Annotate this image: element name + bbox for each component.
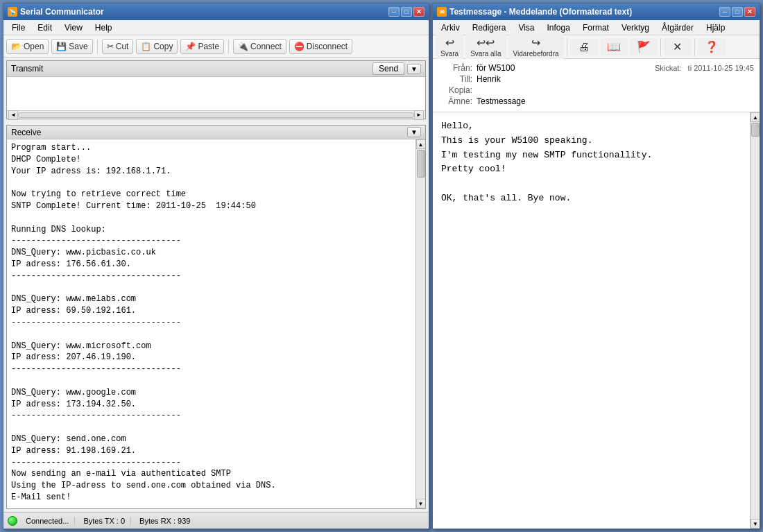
email-menu-bar: Arkiv Redigera Visa Infoga Format Verkty… xyxy=(433,20,760,35)
serial-menu-view[interactable]: View xyxy=(59,22,88,34)
email-menu-arkiv[interactable]: Arkiv xyxy=(436,22,465,34)
paste-icon: 📌 xyxy=(185,42,196,51)
delete-button[interactable]: ✕ xyxy=(664,38,692,55)
subject-value: Testmessage xyxy=(477,96,754,106)
transmit-section: Transmit Send ▼ ◄ ► xyxy=(6,60,426,119)
transmit-header: Transmit Send ▼ xyxy=(7,61,425,77)
email-title-bar: ✉ Testmessage - Meddelande (Oformaterad … xyxy=(433,3,760,20)
email-menu-format[interactable]: Format xyxy=(577,22,615,34)
cc-row: Kopia: xyxy=(438,85,754,95)
connect-icon: 🔌 xyxy=(238,42,248,51)
save-icon: 💾 xyxy=(56,42,67,51)
open-icon: 📂 xyxy=(11,42,22,51)
reply-label: Svara xyxy=(440,50,458,58)
copy-button[interactable]: 📋 Copy xyxy=(136,39,178,54)
serial-title: Serial Communicator xyxy=(20,7,104,17)
email-menu-hjalp[interactable]: Hjälp xyxy=(701,22,730,34)
serial-menu-help[interactable]: Help xyxy=(89,22,118,34)
serial-communicator-window: 📡 Serial Communicator ─ □ ✕ File Edit Vi… xyxy=(3,3,429,529)
serial-close-btn[interactable]: ✕ xyxy=(413,7,425,17)
to-label: Till: xyxy=(438,74,477,84)
connect-button[interactable]: 🔌 Connect xyxy=(233,39,286,54)
print-icon: 🖨 xyxy=(578,41,590,53)
email-vscroll-up[interactable]: ▲ xyxy=(751,112,760,122)
email-menu-visa[interactable]: Visa xyxy=(513,22,540,34)
serial-menu-file[interactable]: File xyxy=(6,22,31,34)
receive-dropdown[interactable]: ▼ xyxy=(407,127,421,137)
email-body-section: Hello, This is your W5100 speaking. I'm … xyxy=(433,112,760,529)
send-button[interactable]: Send xyxy=(372,62,404,75)
address-icon: 📖 xyxy=(607,40,621,53)
cut-label: Cut xyxy=(116,42,129,51)
receive-content: Program start... DHCP Complete! Your IP … xyxy=(7,139,425,508)
save-button[interactable]: 💾 Save xyxy=(51,39,92,54)
disconnect-icon: ⛔ xyxy=(294,42,305,51)
status-bytes-tx: Bytes TX : 0 xyxy=(78,517,131,525)
subject-row: Ämne: Testmessage xyxy=(438,96,754,106)
forward-button[interactable]: ↪ Vidarebefordra xyxy=(508,34,564,60)
title-bar-left: 📡 Serial Communicator xyxy=(8,7,104,17)
transmit-label: Transmit xyxy=(11,64,43,74)
transmit-input[interactable] xyxy=(7,77,425,108)
reply-button[interactable]: ↩ Svara xyxy=(436,34,463,60)
email-title-controls: ─ □ ✕ xyxy=(719,7,755,17)
cut-icon: ✂ xyxy=(107,42,114,51)
disconnect-button[interactable]: ⛔ Disconnect xyxy=(289,39,352,54)
from-label: Från: xyxy=(438,63,477,73)
serial-minimize-btn[interactable]: ─ xyxy=(388,7,400,17)
sent-label-text: Skickat: xyxy=(655,64,682,72)
reply-all-button[interactable]: ↩↩ Svara alla xyxy=(465,34,506,60)
email-toolbar-sep-3 xyxy=(694,38,695,56)
receive-text: Program start... DHCP Complete! Your IP … xyxy=(7,139,415,508)
paste-label: Paste xyxy=(198,42,219,51)
email-vscroll-thumb[interactable] xyxy=(751,123,760,137)
email-maximize-btn[interactable]: □ xyxy=(732,7,743,17)
delete-icon: ✕ xyxy=(673,40,682,53)
hscroll-left-arrow[interactable]: ◄ xyxy=(8,110,18,120)
hscroll-right-arrow[interactable]: ► xyxy=(414,110,424,120)
from-row: Från: för W5100 Skickat: ti 2011-10-25 1… xyxy=(438,63,754,73)
serial-title-controls: ─ □ ✕ xyxy=(388,7,425,17)
serial-toolbar: 📂 Open 💾 Save ✂ Cut 📋 Copy 📌 Paste 🔌 Con… xyxy=(3,35,429,58)
help-button[interactable]: ❓ xyxy=(698,38,726,55)
print-button[interactable]: 🖨 xyxy=(570,39,598,55)
vscroll-thumb[interactable] xyxy=(417,150,425,178)
subject-label: Ämne: xyxy=(438,96,477,106)
email-close-btn[interactable]: ✕ xyxy=(744,7,755,17)
flag-button[interactable]: 🚩 xyxy=(630,38,658,55)
email-title: Testmessage - Meddelande (Oformaterad te… xyxy=(449,7,632,17)
vscroll-down-arrow[interactable]: ▼ xyxy=(416,499,426,508)
email-menu-atgarder[interactable]: Åtgärder xyxy=(656,22,699,34)
email-toolbar-sep-2 xyxy=(660,38,661,56)
email-vscroll-track[interactable] xyxy=(751,137,760,519)
open-button[interactable]: 📂 Open xyxy=(6,39,49,54)
email-menu-infoga[interactable]: Infoga xyxy=(542,22,576,34)
email-title-bar-left: ✉ Testmessage - Meddelande (Oformaterad … xyxy=(437,7,632,17)
receive-section: Receive ▼ Program start... DHCP Complete… xyxy=(6,125,426,509)
email-menu-verktyg[interactable]: Verktyg xyxy=(616,22,655,34)
vscroll-track[interactable] xyxy=(416,178,425,499)
forward-icon: ↪ xyxy=(531,36,540,49)
address-button[interactable]: 📖 xyxy=(600,38,628,55)
serial-maximize-btn[interactable]: □ xyxy=(401,7,412,17)
to-value: Henrik xyxy=(477,74,754,84)
forward-label: Vidarebefordra xyxy=(513,50,559,58)
email-toolbar: ↩ Svara ↩↩ Svara alla ↪ Vidarebefordra 🖨… xyxy=(433,35,760,59)
serial-menu-edit[interactable]: Edit xyxy=(32,22,58,34)
email-vscroll-down[interactable]: ▼ xyxy=(751,519,760,529)
serial-menu-bar: File Edit View Help xyxy=(3,20,429,35)
status-connected: Connected... xyxy=(20,517,75,525)
cut-button[interactable]: ✂ Cut xyxy=(102,39,134,54)
receive-header: Receive ▼ xyxy=(7,126,425,139)
email-menu-redigera[interactable]: Redigera xyxy=(467,22,512,34)
flag-icon: 🚩 xyxy=(637,40,651,53)
email-app-icon: ✉ xyxy=(437,7,447,17)
send-dropdown[interactable]: ▼ xyxy=(407,64,421,74)
email-minimize-btn[interactable]: ─ xyxy=(719,7,730,17)
hscroll-track[interactable] xyxy=(18,112,414,118)
paste-button[interactable]: 📌 Paste xyxy=(180,39,224,54)
transmit-hscroll: ◄ ► xyxy=(7,110,425,119)
connection-led xyxy=(8,516,17,526)
vscroll-up-arrow[interactable]: ▲ xyxy=(416,139,426,149)
receive-vscroll: ▲ ▼ xyxy=(415,139,425,508)
